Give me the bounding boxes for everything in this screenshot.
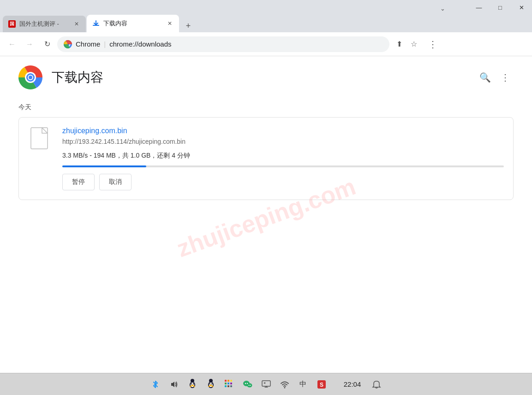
sort-tabs-icon[interactable]: ⌄ [436, 2, 449, 15]
svg-point-24 [209, 384, 212, 386]
wps-icon[interactable]: S [315, 378, 328, 391]
svg-rect-27 [230, 380, 232, 382]
svg-rect-33 [230, 385, 232, 387]
inactive-tab-close[interactable]: ✕ [73, 20, 80, 28]
new-tab-button[interactable]: + [182, 19, 195, 32]
section-today-label: 今天 [18, 103, 514, 112]
svg-rect-30 [230, 383, 232, 384]
title-bar: 国 国外主机测评 - ✕ 下载内容 ✕ + ⌄ — □ ✕ [0, 0, 532, 32]
address-browser-name: Chrome [76, 40, 100, 48]
bookmark-button[interactable]: ☆ [407, 37, 421, 51]
svg-point-39 [250, 385, 251, 386]
bluetooth-icon[interactable] [149, 378, 162, 391]
svg-rect-40 [262, 381, 270, 386]
svg-rect-26 [227, 380, 229, 382]
address-bar-actions: ⬆ ☆ [392, 37, 421, 51]
file-icon-svg [30, 127, 51, 152]
reload-button[interactable]: ↻ [40, 37, 54, 52]
wechat-icon[interactable] [241, 378, 254, 391]
progress-bar-container [62, 165, 504, 167]
wifi-icon[interactable] [278, 378, 291, 391]
address-bar[interactable]: Chrome | chrome://downloads [57, 36, 389, 52]
svg-point-11 [191, 383, 192, 384]
svg-point-19 [209, 383, 210, 384]
download-tab-icon [92, 20, 100, 27]
cancel-button[interactable]: 取消 [99, 174, 132, 190]
download-card: zhujiceping.com.bin http://193.242.145.1… [18, 117, 514, 200]
taskbar-time: 22:04 [344, 380, 361, 388]
svg-point-7 [29, 76, 32, 79]
volume-icon[interactable] [167, 378, 180, 391]
svg-point-13 [191, 379, 194, 383]
chrome-icon-small [64, 40, 72, 48]
svg-point-21 [209, 379, 213, 383]
page-header: 下载内容 🔍 ⋮ [18, 65, 514, 89]
close-button[interactable]: ✕ [511, 0, 532, 15]
taskbar-left: 中 S [149, 378, 328, 391]
window-controls: — □ ✕ [468, 0, 532, 15]
qq-icon-1[interactable] [186, 378, 199, 391]
share-button[interactable]: ⬆ [392, 37, 406, 51]
file-icon [28, 127, 53, 152]
svg-rect-32 [227, 385, 229, 387]
svg-text:S: S [320, 382, 323, 388]
browser-menu-button[interactable]: ⋮ [425, 37, 440, 52]
minimize-button[interactable]: — [468, 0, 490, 15]
svg-point-41 [284, 387, 285, 388]
back-button[interactable]: ← [5, 37, 19, 52]
address-separator: | [104, 40, 106, 48]
inactive-tab-title: 国外主机测评 - [19, 20, 69, 28]
page-header-left: 下载内容 [18, 65, 103, 89]
search-downloads-button[interactable]: 🔍 [477, 69, 493, 86]
svg-rect-28 [225, 383, 227, 384]
page-header-right: 🔍 ⋮ [477, 69, 514, 86]
svg-point-35 [247, 383, 252, 387]
taskbar-right: 22:04 [335, 378, 383, 391]
page-content: zhujiceping.com 下 [0, 56, 532, 373]
svg-rect-29 [227, 383, 229, 384]
notification-button[interactable] [370, 378, 383, 391]
address-url: chrome://downloads [109, 40, 171, 48]
svg-point-20 [211, 383, 212, 384]
inactive-tab-favicon: 国 [8, 20, 16, 28]
page-title: 下载内容 [52, 69, 103, 86]
address-bar-area: ← → ↻ Chrome | chrome://downloads ⬆ ☆ ⋮ [0, 32, 532, 56]
download-info: zhujiceping.com.bin http://193.242.145.1… [62, 127, 504, 190]
active-tab-close[interactable]: ✕ [166, 20, 173, 27]
download-actions: 暂停 取消 [62, 174, 504, 190]
svg-rect-31 [225, 385, 227, 387]
pause-button[interactable]: 暂停 [62, 174, 95, 190]
svg-rect-25 [225, 380, 227, 382]
maximize-button[interactable]: □ [490, 0, 511, 15]
progress-bar-fill [62, 165, 146, 167]
svg-point-16 [191, 384, 193, 386]
monitor-icon[interactable] [260, 378, 273, 391]
forward-button[interactable]: → [22, 37, 37, 52]
svg-point-36 [245, 383, 246, 383]
qq-icon-2[interactable] [204, 378, 217, 391]
svg-point-38 [248, 385, 249, 386]
svg-point-12 [193, 383, 194, 384]
colorful-icon[interactable] [223, 378, 236, 391]
svg-point-37 [247, 383, 248, 383]
download-speed-info: 3.3 MB/s - 194 MB，共 1.0 GB，还剩 4 分钟 [62, 152, 504, 160]
taskbar: 中 S 22:04 [0, 373, 532, 395]
downloads-menu-button[interactable]: ⋮ [497, 69, 514, 86]
ime-icon[interactable]: 中 [297, 378, 310, 391]
tab-inactive[interactable]: 国 国外主机测评 - ✕ [3, 16, 86, 32]
active-tab-title: 下载内容 [103, 19, 162, 28]
tab-active[interactable]: 下载内容 ✕ [87, 15, 179, 32]
download-url: http://193.242.145.114/zhujiceping.com.b… [62, 138, 504, 145]
download-filename[interactable]: zhujiceping.com.bin [62, 127, 504, 135]
chrome-logo [18, 65, 42, 89]
